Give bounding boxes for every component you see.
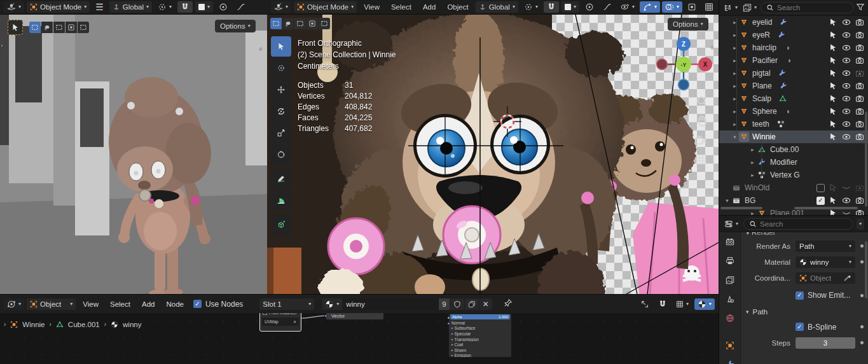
use-nodes-checkbox[interactable]: ✓	[193, 300, 202, 308]
chevron-right-icon[interactable]: ▸	[748, 159, 757, 165]
outliner-item-eyer[interactable]: ▸eyeR	[719, 29, 868, 41]
tab-world[interactable]	[726, 314, 734, 325]
path-section-header[interactable]: ▾Path	[741, 305, 868, 319]
proportional-falloff-dropdown[interactable]	[233, 1, 249, 13]
animate-dot[interactable]	[860, 294, 864, 297]
tab-modifiers[interactable]	[726, 360, 734, 364]
tool-add-cube[interactable]	[271, 214, 291, 235]
chevron-right-icon[interactable]: ▸	[731, 95, 739, 102]
visibility-eye-icon[interactable]	[841, 43, 851, 53]
chevron-right-icon[interactable]: ▸	[731, 70, 739, 76]
transform-orientation-dropdown[interactable]: Global▾	[109, 1, 152, 13]
menu-add[interactable]: Add	[137, 300, 159, 308]
tool-measure[interactable]	[271, 190, 291, 211]
select-intersect-button[interactable]	[319, 18, 330, 29]
select-box-button[interactable]	[270, 18, 282, 29]
options-dropdown[interactable]: Options▾	[215, 20, 256, 32]
chevron-right-icon[interactable]: ▸	[731, 45, 739, 51]
chevron-down-icon[interactable]: ▾	[731, 134, 739, 140]
pivot-point-dropdown[interactable]: ▾	[521, 1, 541, 13]
chevron-right-icon[interactable]: ▸	[731, 19, 739, 25]
material-browse-dropdown[interactable]: ▾	[322, 298, 342, 310]
tool-move[interactable]	[271, 80, 291, 100]
visibility-eye-icon[interactable]	[841, 30, 851, 40]
region-expand-chevron[interactable]: ›	[1, 41, 3, 49]
chevron-right-icon[interactable]: ▸	[748, 172, 757, 178]
steps-value-field[interactable]: 3	[796, 337, 855, 349]
eyedropper-icon[interactable]	[844, 274, 851, 282]
chevron-right-icon[interactable]: ▸	[731, 57, 739, 64]
shader-type-dropdown[interactable]: Object▾	[27, 298, 76, 310]
render-disabled-camera-icon[interactable]	[855, 183, 865, 193]
tool-scale[interactable]	[271, 123, 291, 143]
region-collapse-chevron[interactable]: ‹	[259, 44, 262, 52]
tool-transform[interactable]	[271, 144, 291, 165]
selectable-toggle-icon[interactable]	[828, 17, 838, 27]
transform-orientation-dropdown[interactable]: Global▾	[476, 1, 518, 13]
selectable-toggle-icon[interactable]	[828, 68, 838, 78]
xray-toggle[interactable]	[684, 1, 699, 13]
collection-exclude-checkbox[interactable]	[816, 184, 825, 192]
hidden-eye-icon[interactable]	[841, 183, 851, 193]
outliner-item-plane[interactable]: ▸Plane	[719, 80, 868, 92]
selectable-toggle-icon[interactable]	[828, 81, 838, 91]
navigation-gizmo[interactable]: Z X -Y	[653, 34, 714, 95]
snap-magnet-toggle[interactable]	[177, 1, 193, 13]
render-camera-icon[interactable]	[855, 43, 865, 53]
breadcrumb-material[interactable]: winny	[123, 321, 141, 328]
visibility-eye-icon[interactable]	[841, 132, 851, 142]
show-emitter-checkbox[interactable]: ✓	[796, 291, 804, 300]
tool-annotate[interactable]	[271, 169, 291, 189]
selectable-toggle-icon[interactable]	[828, 183, 838, 193]
menu-object[interactable]: Object	[443, 3, 472, 11]
properties-search-input[interactable]: Search	[743, 218, 853, 230]
snap-magnet-toggle[interactable]	[544, 1, 559, 13]
outliner-display-mode-dropdown[interactable]: ▾	[722, 2, 739, 13]
selectable-toggle-icon[interactable]	[828, 119, 838, 129]
fake-user-shield-icon[interactable]	[450, 298, 464, 310]
tab-scene[interactable]	[726, 295, 734, 305]
properties-editor-type-dropdown[interactable]: ▾	[723, 218, 740, 230]
snap-target-dropdown[interactable]: ▾	[561, 1, 579, 13]
render-camera-icon[interactable]	[855, 55, 865, 66]
principled-bsdf-node[interactable]: Alpha 1.000 Normal ▸Subsurface▸Specular▸…	[448, 313, 512, 358]
pin-icon[interactable]	[504, 298, 513, 309]
proportional-falloff-dropdown[interactable]	[600, 1, 615, 13]
animate-dot[interactable]	[860, 244, 864, 248]
menu-select[interactable]: Select	[387, 3, 416, 11]
animate-dot[interactable]	[860, 260, 864, 263]
bspline-checkbox[interactable]: ✓	[796, 323, 804, 331]
selectable-toggle-icon[interactable]	[828, 43, 838, 53]
properties-options-chevron[interactable]: ▾	[857, 218, 864, 230]
menu-select[interactable]: Select	[106, 300, 135, 308]
input-emission[interactable]: ▸Emission	[449, 353, 511, 359]
shader-editor-canvas[interactable]: › Winnie › Cube.001 › winny From Instanc…	[0, 313, 719, 364]
input-subsurface[interactable]: ▸Subsurface	[449, 326, 511, 332]
outliner-horizontal-scrollbar[interactable]	[794, 207, 858, 209]
outliner-item-sphere[interactable]: ▸Sphere	[719, 105, 868, 118]
render-camera-icon[interactable]	[855, 17, 865, 27]
menu-view[interactable]: View	[359, 3, 384, 11]
select-box-button[interactable]	[29, 22, 41, 33]
menu-view[interactable]: View	[78, 300, 103, 308]
material-name-field[interactable]: winny	[343, 298, 438, 310]
coordinate-object-field[interactable]: Object	[796, 272, 855, 284]
visibility-eye-icon[interactable]	[841, 81, 851, 91]
outliner-item-winnie[interactable]: ▾Winnie	[719, 130, 868, 143]
snap-target-dropdown[interactable]: ▾	[195, 1, 213, 13]
uvmap-node[interactable]: From Instancer UVMap✕	[259, 313, 301, 332]
selectable-toggle-icon[interactable]	[828, 30, 838, 40]
breadcrumb-object[interactable]: Winnie	[22, 321, 45, 328]
alpha-slider[interactable]: Alpha 1.000	[450, 314, 510, 319]
editor-type-button[interactable]: ▾	[271, 1, 291, 13]
unlink-material-icon[interactable]: ✕	[479, 298, 492, 310]
editor-type-button[interactable]: ▾	[4, 1, 24, 13]
input-transmission[interactable]: ▸Transmission	[449, 337, 511, 342]
render-camera-icon[interactable]	[855, 132, 865, 142]
render-as-dropdown[interactable]: Path▾	[796, 241, 855, 252]
render-camera-icon[interactable]	[855, 94, 865, 104]
proportional-editing-toggle[interactable]	[216, 1, 231, 13]
normal-input-row[interactable]: Normal	[449, 320, 511, 326]
outliner-item-pigtal[interactable]: ▸pigtal	[719, 67, 868, 80]
snapping-magnet-icon[interactable]	[655, 298, 670, 310]
